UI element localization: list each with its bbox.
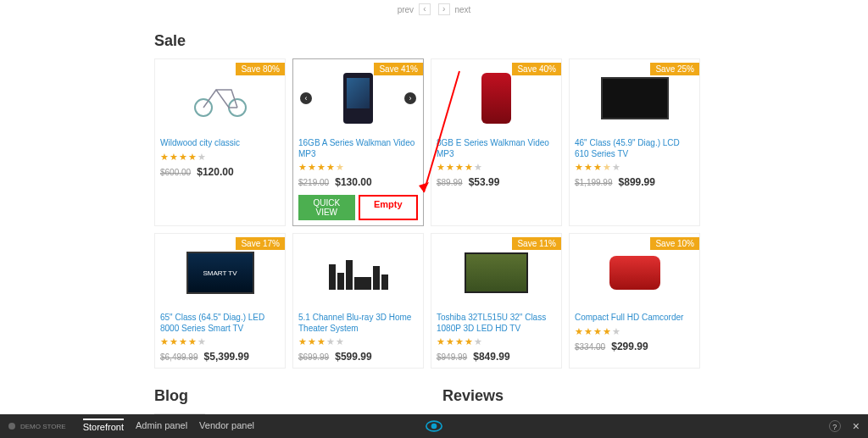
tab-admin[interactable]: Admin panel xyxy=(136,420,187,432)
product-card[interactable]: 5.1 Channel Blu-ray 3D Home Theater Syst… xyxy=(292,233,424,369)
product-title: 8GB E Series Walkman Video MP3 xyxy=(437,137,556,159)
product-card-active[interactable]: Save 41% ‹ › 16GB A Series Walkman Video… xyxy=(292,58,424,226)
prev-label: prev xyxy=(398,5,414,14)
old-price: $949.99 xyxy=(437,352,467,362)
rating-stars: ★★★★★ xyxy=(298,162,418,173)
price: $299.99 xyxy=(611,341,648,352)
product-title: Toshiba 32TL515U 32" Class 1080P 3D LED … xyxy=(437,312,556,334)
quick-view-button[interactable]: QUICK VIEW xyxy=(298,195,355,220)
product-title: Compact Full HD Camcorder xyxy=(575,312,694,324)
next-button[interactable]: › xyxy=(438,3,450,15)
product-image xyxy=(575,239,694,307)
close-icon[interactable]: × xyxy=(853,419,860,433)
price-row: $600.00 $120.00 xyxy=(160,166,280,178)
tab-vendor[interactable]: Vendor panel xyxy=(199,420,254,432)
rating-stars: ★★★★★ xyxy=(575,162,694,173)
old-price: $89.99 xyxy=(437,178,463,187)
price-row: $1,199.99 $899.99 xyxy=(575,176,694,188)
empty-button[interactable]: Empty xyxy=(359,195,419,220)
product-title: 46" Class (45.9" Diag.) LCD 610 Series T… xyxy=(575,137,694,159)
product-title: 65" Class (64.5" Diag.) LED 8000 Series … xyxy=(160,312,280,334)
price: $5,399.99 xyxy=(204,351,249,363)
rating-stars: ★★★★★ xyxy=(437,162,556,173)
price-row: $89.99 $53.99 xyxy=(437,176,556,188)
product-image: SMART TV xyxy=(160,239,280,307)
old-price: $699.99 xyxy=(298,352,329,362)
product-card[interactable]: Save 25% 46" Class (45.9" Diag.) LCD 610… xyxy=(569,58,700,226)
brand-label: DEMO STORE xyxy=(20,423,66,430)
product-card[interactable]: Save 10% Compact Full HD Camcorder ★★★★★… xyxy=(569,233,700,369)
status-dot-icon xyxy=(8,423,15,430)
eye-icon[interactable] xyxy=(426,419,442,433)
price: $849.99 xyxy=(473,351,509,363)
carousel-prev-icon[interactable]: ‹ xyxy=(300,92,312,104)
product-image xyxy=(298,239,418,307)
product-card[interactable]: Save 11% Toshiba 32TL515U 32" Class 1080… xyxy=(431,233,562,369)
old-price: $6,499.99 xyxy=(160,352,198,362)
product-title: 5.1 Channel Blu-ray 3D Home Theater Syst… xyxy=(298,312,418,334)
svg-point-5 xyxy=(431,424,437,430)
card-actions: QUICK VIEW Empty xyxy=(298,195,418,220)
tab-storefront[interactable]: Storefront xyxy=(83,419,124,432)
old-price: $600.00 xyxy=(160,168,191,177)
reviews-heading: Reviews xyxy=(442,387,714,405)
price-row: $949.99 $849.99 xyxy=(437,351,556,363)
rating-stars: ★★★★★ xyxy=(160,152,280,163)
price: $130.00 xyxy=(335,176,371,188)
rating-stars: ★★★★★ xyxy=(437,336,556,347)
old-price: $219.00 xyxy=(298,178,329,187)
product-card[interactable]: Save 80% Wildwood city classic ★★★★★ $60… xyxy=(154,58,286,226)
blog-heading: Blog xyxy=(154,387,426,405)
sale-heading: Sale xyxy=(154,32,714,50)
bottom-tabs: Storefront Admin panel Vendor panel xyxy=(83,420,254,432)
product-title: Wildwood city classic xyxy=(160,137,280,149)
old-price: $334.00 xyxy=(575,342,605,352)
prev-button[interactable]: ‹ xyxy=(419,3,431,15)
product-image xyxy=(437,64,556,132)
price-row: $6,499.99 $5,399.99 xyxy=(160,351,280,363)
price: $899.99 xyxy=(619,176,655,188)
product-image: ‹ › xyxy=(298,64,418,132)
price: $599.99 xyxy=(335,351,371,363)
product-grid: Save 80% Wildwood city classic ★★★★★ $60… xyxy=(154,58,714,369)
carousel-next-icon[interactable]: › xyxy=(404,92,416,104)
rating-stars: ★★★★★ xyxy=(160,336,280,347)
product-image xyxy=(437,239,556,307)
price-row: $334.00 $299.99 xyxy=(575,341,694,352)
rating-stars: ★★★★★ xyxy=(298,336,418,347)
next-label: next xyxy=(454,5,470,14)
product-image xyxy=(575,64,694,132)
price-row: $699.99 $599.99 xyxy=(298,351,418,363)
price: $120.00 xyxy=(197,166,233,178)
price: $53.99 xyxy=(469,176,500,188)
product-card[interactable]: Save 40% 8GB E Series Walkman Video MP3 … xyxy=(431,58,562,226)
product-title: 16GB A Series Walkman Video MP3 xyxy=(298,137,418,159)
price-row: $219.00 $130.00 xyxy=(298,176,418,188)
old-price: $1,199.99 xyxy=(575,178,613,187)
product-image xyxy=(160,64,280,132)
pager: prev ‹ › next xyxy=(154,3,714,15)
product-card[interactable]: Save 17% SMART TV 65" Class (64.5" Diag.… xyxy=(154,233,286,369)
rating-stars: ★★★★★ xyxy=(575,326,694,337)
help-icon[interactable]: ? xyxy=(829,420,841,432)
